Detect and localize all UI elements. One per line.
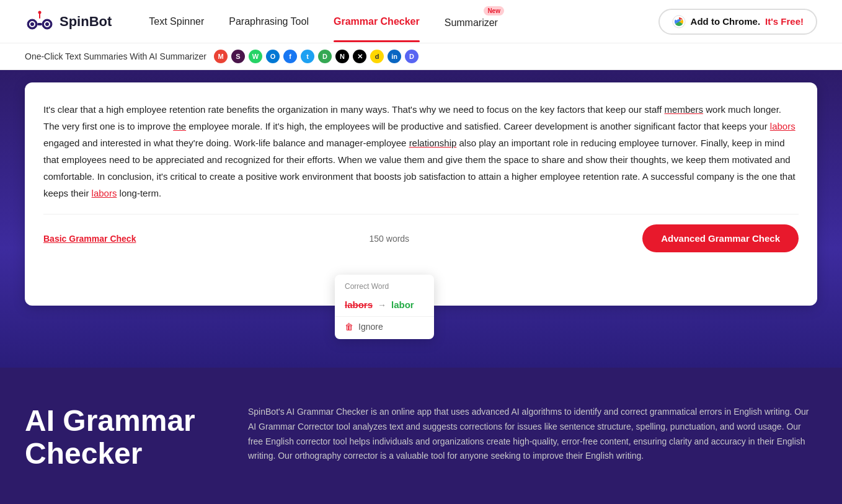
bottom-left: AI Grammar Checker bbox=[25, 405, 211, 471]
dropbox-icon[interactable]: d bbox=[370, 50, 384, 63]
correction-popup: Correct Word labors → labor 🗑 Ignore bbox=[335, 275, 434, 339]
nav-item-grammar-checker[interactable]: Grammar Checker bbox=[334, 16, 420, 27]
discord-icon[interactable]: D bbox=[405, 50, 419, 63]
popup-ignore-label: Ignore bbox=[358, 322, 383, 332]
word-count: 150 words bbox=[370, 234, 410, 244]
editor-text[interactable]: It's clear that a high employee retentio… bbox=[43, 101, 799, 201]
add-chrome-label: Add to Chrome. bbox=[691, 16, 761, 27]
svg-point-4 bbox=[30, 22, 34, 26]
underlined-word-labors[interactable]: labors bbox=[770, 121, 795, 131]
underlined-word-the: the bbox=[173, 121, 186, 131]
popup-title: Correct Word bbox=[335, 282, 434, 296]
popup-correction-item[interactable]: labors → labor bbox=[335, 296, 434, 317]
svg-rect-6 bbox=[37, 23, 42, 25]
nav-links: Text Spinner Paraphrasing Tool Grammar C… bbox=[149, 15, 658, 29]
advanced-grammar-check-button[interactable]: Advanced Grammar Check bbox=[642, 224, 799, 252]
underlined-word-relationship: relationship bbox=[409, 138, 457, 148]
navbar: SpinBot Text Spinner Paraphrasing Tool G… bbox=[0, 0, 842, 43]
social-icons: M S W O f t D N ✕ d in D bbox=[214, 50, 419, 63]
underlined-word-labors2[interactable]: labors bbox=[92, 188, 117, 198]
slack-icon[interactable]: S bbox=[231, 50, 245, 63]
logo-icon bbox=[25, 7, 55, 37]
nav-item-summarizer[interactable]: Summarizer New bbox=[445, 17, 498, 29]
bottom-heading: AI Grammar Checker bbox=[25, 405, 211, 471]
basic-grammar-check-link[interactable]: Basic Grammar Check bbox=[43, 234, 136, 244]
announcement-text: One-Click Text Summaries With AI Summari… bbox=[25, 51, 206, 61]
popup-arrow: → bbox=[378, 300, 386, 310]
twitter-icon[interactable]: t bbox=[301, 50, 314, 63]
add-to-chrome-button[interactable]: Add to Chrome. It's Free! bbox=[658, 9, 817, 35]
nav-link-summarizer[interactable]: Summarizer bbox=[445, 17, 498, 29]
nav-link-paraphrasing-tool[interactable]: Paraphrasing Tool bbox=[229, 16, 309, 27]
bottom-description: SpinBot's AI Grammar Checker is an onlin… bbox=[248, 405, 817, 464]
nav-item-paraphrasing-tool[interactable]: Paraphrasing Tool bbox=[229, 16, 309, 27]
editor-footer: Basic Grammar Check 150 words Advanced G… bbox=[43, 214, 799, 252]
bottom-section: AI Grammar Checker SpinBot's AI Grammar … bbox=[0, 368, 842, 504]
popup-ignore-button[interactable]: 🗑 Ignore bbox=[335, 317, 434, 332]
add-chrome-free: It's Free! bbox=[765, 16, 804, 27]
editor-box[interactable]: It's clear that a high employee retentio… bbox=[25, 82, 817, 306]
outlook-icon[interactable]: O bbox=[266, 50, 280, 63]
logo[interactable]: SpinBot bbox=[25, 7, 112, 37]
nav-link-text-spinner[interactable]: Text Spinner bbox=[149, 16, 204, 27]
chrome-icon bbox=[672, 15, 686, 29]
nav-link-grammar-checker[interactable]: Grammar Checker bbox=[334, 16, 420, 27]
facebook-icon[interactable]: f bbox=[283, 50, 297, 63]
notion-icon[interactable]: N bbox=[335, 50, 349, 63]
x-icon[interactable]: ✕ bbox=[353, 50, 366, 63]
heading-line2: Checker bbox=[25, 438, 211, 471]
nav-item-text-spinner[interactable]: Text Spinner bbox=[149, 16, 204, 27]
docs-icon[interactable]: D bbox=[318, 50, 332, 63]
gmail-icon[interactable]: M bbox=[214, 50, 228, 63]
logo-label: SpinBot bbox=[60, 14, 112, 30]
svg-point-5 bbox=[45, 22, 49, 26]
announcement-bar: One-Click Text Summaries With AI Summari… bbox=[0, 43, 842, 70]
content-wrapper: It's clear that a high employee retentio… bbox=[0, 70, 842, 368]
new-badge: New bbox=[484, 6, 504, 15]
popup-correct-word: labor bbox=[391, 299, 414, 310]
popup-wrong-word: labors bbox=[345, 299, 373, 310]
underlined-word-members: members bbox=[665, 104, 704, 115]
active-underline bbox=[334, 40, 420, 42]
heading-line1: AI Grammar bbox=[25, 405, 211, 438]
linkedin-icon[interactable]: in bbox=[388, 50, 401, 63]
svg-point-8 bbox=[38, 11, 42, 14]
trash-icon: 🗑 bbox=[345, 322, 353, 332]
whatsapp-icon[interactable]: W bbox=[249, 50, 262, 63]
